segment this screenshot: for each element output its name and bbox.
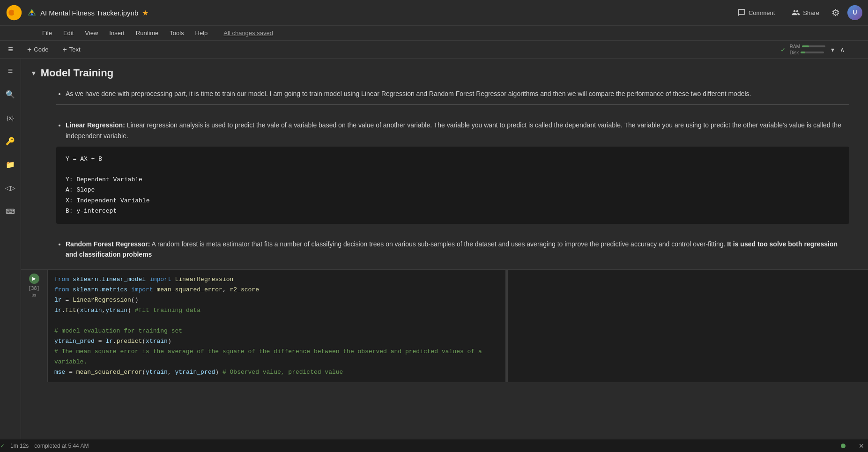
text-cell-linear-regression: Linear Regression: Linear regression ana… xyxy=(47,115,859,234)
settings-icon[interactable]: ⚙ xyxy=(831,7,840,18)
comment-icon xyxy=(737,8,746,17)
menu-view[interactable]: View xyxy=(80,28,103,38)
formula-block: Y = AX + B Y: Dependent Variable A: Slop… xyxy=(56,147,849,224)
menu-help[interactable]: Help xyxy=(191,28,213,38)
code-line-2: from sklearn.metrics import mean_squared… xyxy=(54,285,499,295)
svg-point-2 xyxy=(14,10,20,16)
share-icon xyxy=(792,8,800,17)
random-forest-text: A random forest is meta estimator that f… xyxy=(152,240,726,248)
menu-insert[interactable]: Insert xyxy=(104,28,129,38)
main-layout: ≡ 🔍 {x} 🔑 📁 ◁▷ ⌨ ▼ Model Training As we … xyxy=(0,59,868,439)
text-bullet-1: As we have done with preprocessing part,… xyxy=(66,89,849,99)
colab-logo-icon xyxy=(6,4,22,21)
status-time-elapsed: 1m 12s xyxy=(10,443,29,449)
comment-label: Comment xyxy=(749,9,775,16)
svg-point-1 xyxy=(8,10,15,16)
ram-disk-area: ✓ RAM Disk ▾ ∧ xyxy=(780,44,845,55)
sidebar-icon-code[interactable]: ◁▷ xyxy=(3,180,18,195)
status-close-button[interactable]: ✕ xyxy=(859,442,864,450)
formula-line-5: X: Independent Variable xyxy=(66,196,840,206)
plus-icon-text: + xyxy=(62,45,67,54)
status-dot-icon xyxy=(841,444,846,448)
code-line-4: lr.fit(xtrain,ytrain) #fit training data xyxy=(54,305,499,316)
sidebar-icon-search[interactable]: 🔍 xyxy=(3,87,18,102)
disk-bar-row: Disk xyxy=(790,50,825,55)
menu-runtime[interactable]: Runtime xyxy=(131,28,163,38)
left-sidebar: ≡ 🔍 {x} 🔑 📁 ◁▷ ⌨ xyxy=(0,59,21,439)
avatar[interactable]: U xyxy=(847,5,862,20)
ram-check-icon: ✓ xyxy=(780,46,786,53)
text-cell-1: As we have done with preprocessing part,… xyxy=(47,84,859,115)
cell-gutter-38: ▶ [38] 0s xyxy=(21,270,47,383)
status-completed-text: completed at 5:44 AM xyxy=(34,443,89,449)
code-line-1: from sklearn.linear_model import LinearR… xyxy=(54,274,499,285)
notebook-title[interactable]: AI Mental Fitness Tracker.ipynb xyxy=(40,9,138,17)
collapse-arrow-icon[interactable]: ▼ xyxy=(30,69,37,77)
divider-1 xyxy=(56,104,849,105)
formula-line-1: Y = AX + B xyxy=(66,154,840,164)
drive-icon xyxy=(27,8,37,17)
code-cell-38: ▶ [38] 0s from sklearn.linear_model impo… xyxy=(21,269,868,383)
ram-bar-track xyxy=(802,45,825,47)
share-label: Share xyxy=(803,9,819,16)
expand-button[interactable]: ▾ xyxy=(831,46,834,53)
share-button[interactable]: Share xyxy=(787,6,824,20)
sidebar-icon-files[interactable]: 📁 xyxy=(3,157,18,172)
cell-time-38: 0s xyxy=(32,293,37,297)
sidebar-icon-variables[interactable]: {x} xyxy=(3,110,18,125)
formula-line-6: B: y-intercept xyxy=(66,206,840,216)
top-right-controls: Comment Share ⚙ U xyxy=(733,5,862,20)
comment-button[interactable]: Comment xyxy=(733,6,779,20)
sidebar-icon-terminal[interactable]: ⌨ xyxy=(3,204,18,219)
section-title: Model Training xyxy=(41,67,113,79)
star-icon[interactable]: ★ xyxy=(142,8,148,17)
toolbar-row: ≡ + + Code Code + + Text Text ✓ RAM Disk xyxy=(0,41,868,59)
output-panel-38 xyxy=(507,270,868,383)
menu-tools[interactable]: Tools xyxy=(165,28,188,38)
linear-regression-label: Linear Regression: xyxy=(66,121,125,129)
all-changes-saved: All changes saved xyxy=(223,30,273,37)
run-button-38[interactable]: ▶ xyxy=(29,274,39,284)
text-cell-random-forest: Random Forest Regressor: A random forest… xyxy=(47,234,859,269)
linear-regression-text: Linear regression analysis is used to pr… xyxy=(66,121,841,139)
code-line-8: # The mean square error is the average o… xyxy=(54,347,499,367)
ram-bar-fill xyxy=(802,45,809,47)
sidebar-icon-secrets[interactable]: 🔑 xyxy=(3,133,18,148)
menu-file[interactable]: File xyxy=(37,28,57,38)
notebook-area: ▼ Model Training As we have done with pr… xyxy=(21,59,868,439)
menu-edit[interactable]: Edit xyxy=(59,28,78,38)
random-forest-label: Random Forest Regressor: xyxy=(66,240,150,248)
section-header: ▼ Model Training xyxy=(21,59,868,84)
ram-bar-row: RAM xyxy=(790,44,825,49)
code-line-7: ytrain_pred = lr.predict(xtrain) xyxy=(54,336,499,347)
plus-icon-code: + xyxy=(27,45,31,54)
disk-bar-fill xyxy=(801,52,805,53)
formula-line-3: Y: Dependent Variable xyxy=(66,175,840,185)
ram-label: RAM xyxy=(790,44,800,49)
sidebar-icon-menu[interactable]: ≡ xyxy=(3,63,18,78)
code-content-38[interactable]: from sklearn.linear_model import LinearR… xyxy=(47,270,505,383)
disk-bar-track xyxy=(801,52,824,53)
sidebar-toggle-icon[interactable]: ≡ xyxy=(3,42,18,57)
add-text-button[interactable]: + + Text Text xyxy=(56,43,86,57)
random-forest-item: Random Forest Regressor: A random forest… xyxy=(66,239,849,260)
disk-label: Disk xyxy=(790,50,799,55)
code-line-6: # model evaluation for training set xyxy=(54,326,499,336)
top-bar: AI Mental Fitness Tracker.ipynb ★ Commen… xyxy=(0,0,868,26)
cell-number-38: [38] xyxy=(28,286,39,291)
add-code-button[interactable]: + + Code Code xyxy=(21,43,54,57)
linear-regression-item: Linear Regression: Linear regression ana… xyxy=(66,120,849,141)
notebook-title-area: AI Mental Fitness Tracker.ipynb ★ xyxy=(27,8,733,17)
status-bar: ✓ 1m 12s completed at 5:44 AM ✕ xyxy=(0,439,868,452)
code-line-9: mse = mean_squared_error(ytrain, ytrain_… xyxy=(54,367,499,378)
code-line-5 xyxy=(54,316,499,326)
code-line-3: lr = LinearRegression() xyxy=(54,295,499,305)
formula-line-4: A: Slope xyxy=(66,185,840,195)
status-check-icon: ✓ xyxy=(0,443,5,449)
collapse-button[interactable]: ∧ xyxy=(840,46,845,53)
menu-bar: File Edit View Insert Runtime Tools Help… xyxy=(0,26,868,41)
ram-disk-indicator: RAM Disk xyxy=(790,44,825,55)
